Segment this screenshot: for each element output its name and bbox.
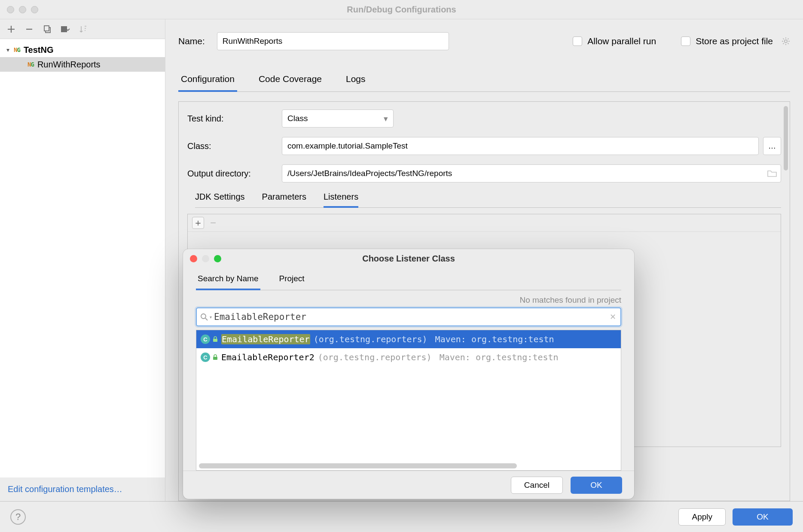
tab-logs[interactable]: Logs: [343, 74, 368, 91]
zoom-window-icon[interactable]: [31, 6, 38, 13]
close-dialog-icon[interactable]: [190, 255, 197, 262]
modal-tabs: Search by Name Project: [196, 274, 621, 290]
result-name: EmailableReporter: [221, 334, 310, 344]
checkbox-label: Allow parallel run: [587, 36, 656, 46]
checkbox-label: Store as project file: [696, 36, 773, 46]
test-kind-select[interactable]: Class ▾: [282, 109, 394, 128]
window-title: Run/Debug Configurations: [0, 5, 803, 15]
sub-tabs: JDK Settings Parameters Listeners: [195, 192, 781, 208]
main-tabs: Configuration Code Coverage Logs: [178, 74, 790, 92]
modal-footer: Cancel OK: [183, 471, 634, 499]
remove-listener-button[interactable]: −: [210, 217, 216, 229]
result-row[interactable]: C EmailableReporter (org.testng.reporter…: [196, 330, 621, 348]
main-bottom-bar: ? Apply OK: [0, 501, 803, 532]
tree-node-testng[interactable]: ▾ NG TestNG: [0, 43, 165, 57]
select-value: Class: [287, 114, 308, 123]
name-label: Name:: [178, 36, 205, 46]
filter-caret-icon[interactable]: ▾: [210, 315, 212, 319]
tab-code-coverage[interactable]: Code Coverage: [256, 74, 324, 91]
chevron-down-icon: ▾: [4, 46, 11, 53]
testng-icon: NG: [27, 61, 34, 68]
cancel-button[interactable]: Cancel: [511, 477, 563, 494]
modal-titlebar: Choose Listener Class: [183, 249, 634, 268]
ok-button[interactable]: OK: [733, 508, 793, 526]
zoom-dialog-icon[interactable]: [214, 255, 221, 262]
output-dir-input[interactable]: [282, 164, 781, 182]
minimize-dialog-icon: [202, 255, 209, 262]
browse-class-button[interactable]: …: [763, 137, 781, 155]
config-tree: ▾ NG TestNG NG RunWithReports: [0, 39, 165, 477]
subtab-parameters[interactable]: Parameters: [262, 192, 306, 203]
results-list: C EmailableReporter (org.testng.reporter…: [196, 330, 621, 471]
vertical-scrollbar[interactable]: [784, 106, 788, 170]
add-config-icon[interactable]: [6, 24, 16, 34]
clear-search-icon[interactable]: ✕: [610, 312, 616, 322]
choose-listener-dialog: Choose Listener Class Search by Name Pro…: [183, 249, 634, 499]
test-kind-label: Test kind:: [187, 114, 282, 124]
testng-icon: NG: [14, 46, 20, 53]
sort-config-icon[interactable]: [78, 24, 89, 34]
add-listener-button[interactable]: ＋: [192, 217, 204, 229]
tree-node-runwithreports[interactable]: NG RunWithReports: [0, 57, 165, 72]
help-button[interactable]: ?: [10, 509, 26, 525]
sidebar-toolbar: [0, 19, 165, 39]
no-matches-hint: No matches found in project: [196, 295, 621, 305]
svg-point-2: [785, 40, 787, 43]
save-config-icon[interactable]: [60, 24, 70, 34]
dialog-title: Choose Listener Class: [183, 254, 634, 264]
result-package: (org.testng.reporters): [314, 334, 427, 344]
checkbox-icon: [681, 36, 690, 46]
caret-down-icon: ▾: [384, 114, 388, 124]
remove-config-icon[interactable]: [24, 24, 34, 34]
result-name: EmailableReporter2: [221, 352, 314, 362]
result-package: (org.testng.reporters): [318, 352, 432, 362]
class-icon: C: [201, 353, 210, 362]
class-label: Class:: [187, 141, 282, 151]
tab-configuration[interactable]: Configuration: [178, 74, 237, 92]
subtab-listeners[interactable]: Listeners: [324, 192, 358, 208]
store-as-file-checkbox[interactable]: Store as project file: [681, 36, 790, 46]
output-dir-label: Output directory:: [187, 169, 282, 179]
result-row[interactable]: C EmailableReporter2 (org.testng.reporte…: [196, 348, 621, 366]
close-window-icon[interactable]: [7, 6, 14, 13]
minimize-window-icon[interactable]: [19, 6, 26, 13]
result-source: Maven: org.testng:testn: [440, 352, 559, 362]
tree-node-label: TestNG: [24, 45, 54, 55]
tree-node-label: RunWithReports: [37, 60, 101, 70]
lock-icon: [213, 336, 218, 342]
tab-project[interactable]: Project: [278, 274, 306, 290]
class-icon: C: [201, 334, 210, 344]
allow-parallel-checkbox[interactable]: Allow parallel run: [573, 36, 656, 46]
apply-button[interactable]: Apply: [678, 508, 726, 526]
svg-rect-4: [213, 339, 217, 342]
modal-traffic-lights: [183, 255, 221, 262]
main-titlebar: Run/Debug Configurations: [0, 0, 803, 19]
modal-ok-button[interactable]: OK: [571, 477, 622, 494]
name-input[interactable]: [217, 32, 449, 50]
svg-rect-5: [213, 357, 217, 360]
copy-config-icon[interactable]: [42, 24, 52, 34]
horizontal-scrollbar[interactable]: [199, 463, 517, 468]
class-input[interactable]: [282, 137, 759, 155]
traffic-lights: [0, 6, 38, 13]
folder-icon[interactable]: [767, 170, 777, 177]
svg-point-3: [201, 314, 206, 319]
svg-rect-1: [44, 26, 49, 31]
lock-icon: [213, 354, 218, 360]
tab-search-by-name[interactable]: Search by Name: [196, 274, 260, 290]
gear-icon[interactable]: [782, 37, 790, 46]
sidebar: ▾ NG TestNG NG RunWithReports Edit confi…: [0, 19, 165, 501]
subtab-jdk[interactable]: JDK Settings: [195, 192, 245, 203]
edit-templates-link[interactable]: Edit configuration templates…: [8, 484, 122, 494]
checkbox-icon: [573, 36, 582, 46]
search-input[interactable]: [196, 307, 621, 326]
result-source: Maven: org.testng:testn: [435, 334, 554, 344]
search-icon: [200, 313, 208, 321]
